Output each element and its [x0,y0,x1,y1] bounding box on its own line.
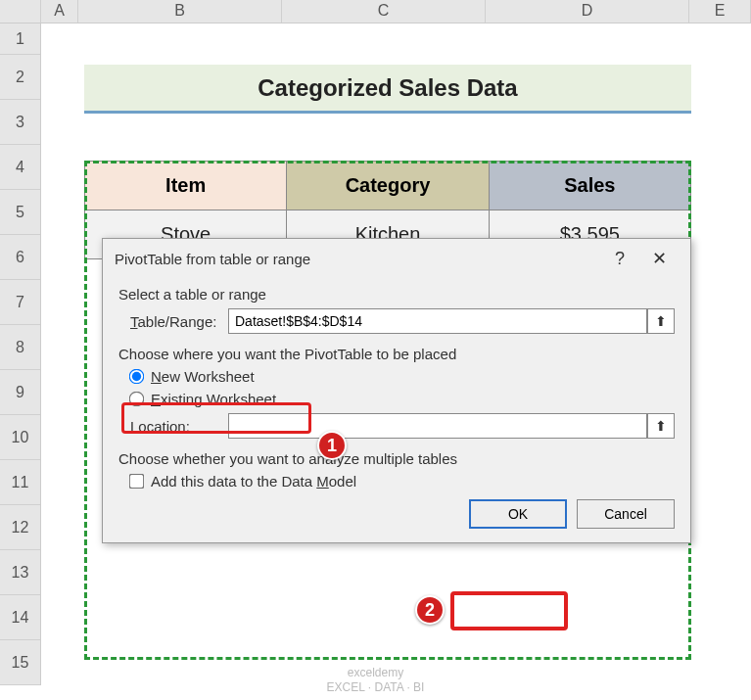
checkbox-datamodel-label: Add this data to the Data Model [151,473,356,490]
row-header-8[interactable]: 8 [0,325,40,370]
row-headers: 1 2 3 4 5 6 7 8 9 10 11 12 13 14 15 [0,23,41,685]
checkbox-datamodel-row: Add this data to the Data Model [130,473,675,490]
collapse-icon: ⬆ [655,418,667,434]
radio-existing-worksheet[interactable] [129,392,145,407]
section-place: Choose where you want the PivotTable to … [118,346,675,362]
section-select-range: Select a table or range [118,286,675,303]
help-button[interactable]: ? [600,243,639,274]
dialog-titlebar[interactable]: PivotTable from table or range ? ✕ [103,239,690,278]
location-label: Location: [130,418,228,435]
range-picker-button[interactable]: ⬆ [647,308,675,334]
dialog-title-text: PivotTable from table or range [115,251,600,267]
row-header-12[interactable]: 12 [0,505,40,550]
col-header-E[interactable]: E [689,0,751,23]
location-input[interactable] [228,413,647,439]
radio-new-worksheet[interactable] [129,369,145,385]
radio-existing-worksheet-row: Existing Worksheet [130,391,675,407]
row-header-2[interactable]: 2 [0,55,40,100]
col-header-C[interactable]: C [282,0,486,23]
row-header-11[interactable]: 11 [0,460,40,505]
dialog-body: Select a table or range Table/Range: ⬆ C… [103,278,690,542]
close-button[interactable]: ✕ [639,243,679,274]
pivottable-dialog: PivotTable from table or range ? ✕ Selec… [102,238,691,543]
row-header-15[interactable]: 15 [0,640,40,685]
header-sales[interactable]: Sales [489,162,690,210]
row-header-10[interactable]: 10 [0,415,40,460]
row-header-14[interactable]: 14 [0,595,40,640]
row-header-5[interactable]: 5 [0,190,40,235]
radio-new-worksheet-label: New Worksheet [151,368,255,385]
location-row: Location: ⬆ [130,413,675,439]
row-header-13[interactable]: 13 [0,550,40,595]
row-header-3[interactable]: 3 [0,100,40,145]
radio-existing-worksheet-label: Existing Worksheet [151,391,276,407]
table-range-input[interactable] [228,308,647,334]
dialog-buttons: OK Cancel [118,499,675,529]
row-header-4[interactable]: 4 [0,145,40,190]
header-item[interactable]: Item [85,162,287,210]
col-header-D[interactable]: D [486,0,689,23]
column-headers: A B C D E [0,0,751,23]
row-header-1[interactable]: 1 [0,23,40,55]
row-header-9[interactable]: 9 [0,370,40,415]
section-multi: Choose whether you want to analyze multi… [118,450,675,467]
col-header-A[interactable]: A [41,0,78,23]
title-banner: Categorized Sales Data [84,65,691,114]
location-picker-button[interactable]: ⬆ [647,413,675,439]
col-header-B[interactable]: B [78,0,282,23]
select-all-corner[interactable] [0,0,41,23]
checkbox-datamodel[interactable] [129,474,145,490]
cancel-button[interactable]: Cancel [577,499,675,529]
ok-button[interactable]: OK [469,499,567,529]
table-header-row: Item Category Sales [85,162,691,210]
table-range-label: Table/Range: [130,313,228,330]
row-header-7[interactable]: 7 [0,280,40,325]
row-header-6[interactable]: 6 [0,235,40,280]
header-category[interactable]: Category [287,162,489,210]
title-text: Categorized Sales Data [258,74,517,102]
radio-new-worksheet-row: New Worksheet [130,368,675,385]
table-range-row: Table/Range: ⬆ [130,308,675,334]
collapse-icon: ⬆ [655,313,667,329]
